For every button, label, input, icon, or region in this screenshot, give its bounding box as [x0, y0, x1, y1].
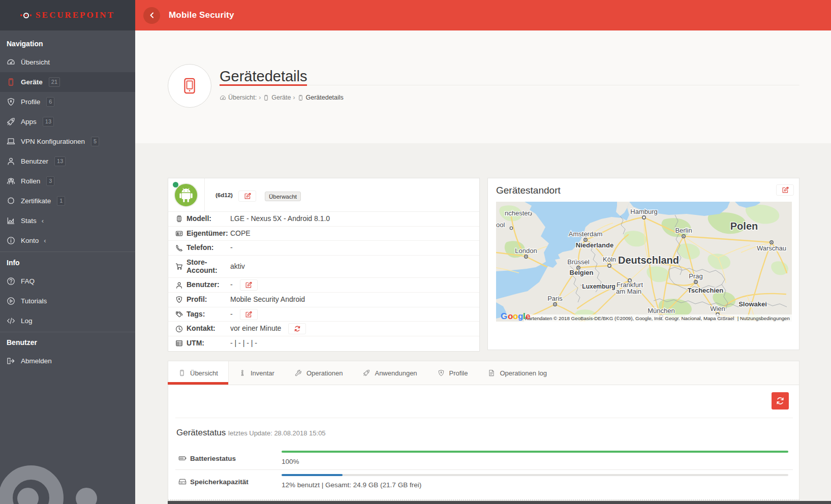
svg-text:am Main: am Main [616, 288, 641, 295]
svg-text:Brüssel: Brüssel [567, 258, 589, 266]
svg-text:Paris: Paris [547, 295, 563, 302]
svg-text:Slowakei: Slowakei [738, 300, 767, 308]
svg-text:| Nutzungsbedingungen: | Nutzungsbedingungen [737, 316, 790, 321]
svg-text:Berlin: Berlin [675, 227, 692, 234]
svg-text:e: e [526, 311, 530, 321]
svg-text:München: München [648, 307, 674, 314]
svg-text:o: o [513, 311, 518, 321]
svg-text:o: o [508, 311, 513, 321]
svg-text:g: g [518, 311, 523, 321]
svg-text:Belgien: Belgien [570, 269, 594, 276]
svg-text:nchester: nchester [505, 209, 531, 217]
svg-text:Polen: Polen [730, 220, 758, 232]
svg-text:Tschechien: Tschechien [688, 287, 724, 294]
svg-text:Prag: Prag [689, 272, 702, 280]
svg-text:Köln: Köln [603, 256, 616, 263]
svg-text:Niederlande: Niederlande [576, 241, 613, 249]
svg-text:Kartendaten © 2018 GeoBasis-DE: Kartendaten © 2018 GeoBasis-DE/BKG (©200… [525, 316, 734, 321]
svg-text:Amsterdam: Amsterdam [569, 230, 602, 238]
svg-text:G: G [501, 311, 507, 321]
svg-text:Deutschland: Deutschland [618, 255, 679, 266]
svg-text:Wien: Wien [710, 305, 725, 312]
svg-text:Luxemburg: Luxemburg [582, 283, 615, 290]
svg-text:Hamburg: Hamburg [630, 208, 657, 215]
svg-text:ool: ool [496, 221, 505, 229]
svg-text:London: London [515, 247, 537, 255]
svg-text:Warschau: Warschau [757, 244, 786, 252]
